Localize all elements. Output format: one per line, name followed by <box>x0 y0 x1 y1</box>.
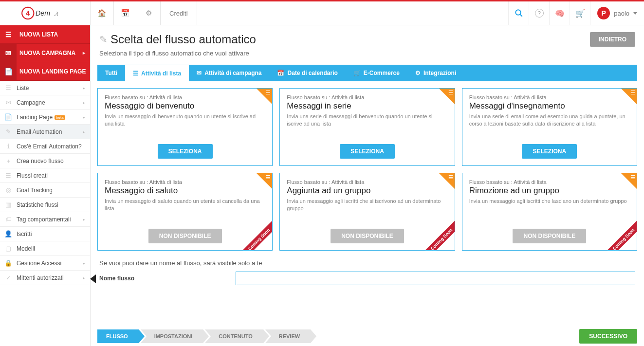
sidebar-item-label: Tag comportamentali <box>17 216 83 223</box>
sidebar-item-10[interactable]: 👤Iscritti <box>0 227 90 241</box>
sidebar-item-9[interactable]: 🏷Tag comportamentali▸ <box>0 212 90 227</box>
card-eyebrow: Flusso basato su : Attività di lista <box>287 179 447 185</box>
collapse-sidebar[interactable] <box>90 274 96 283</box>
tab-label: E-Commerce <box>364 70 400 76</box>
chevron-down-icon <box>633 12 637 15</box>
brand-logo[interactable]: 4 Dem .it <box>0 1 91 25</box>
sidebar-item-label: Statistiche flussi <box>17 201 90 208</box>
wizard-step-2[interactable]: CONTENUTO <box>205 329 263 343</box>
home-icon[interactable]: 🏠 <box>91 1 114 25</box>
search-icon[interactable] <box>508 1 529 25</box>
user-menu[interactable]: P paolo <box>590 1 644 25</box>
sidebar-item-icon: ＋ <box>0 154 17 168</box>
chevron-right-icon: ▸ <box>83 86 90 91</box>
list-icon: ☰ <box>266 90 271 96</box>
card-4: ☰Flusso basato su : Attività di listaAgg… <box>279 173 455 251</box>
card-action-button[interactable]: SELEZIONA <box>522 144 577 159</box>
sidebar-primary-icon: ☰ <box>0 25 17 43</box>
card-eyebrow: Flusso basato su : Attività di lista <box>469 94 630 100</box>
name-hint: Se vuoi puoi dare un nome al flusso, sar… <box>91 257 644 272</box>
page-title: Scelta del flusso automatico <box>110 33 590 46</box>
sidebar-item-icon: ✉ <box>0 95 17 109</box>
sidebar-primary-icon: 📄 <box>0 62 17 80</box>
sidebar-item-4[interactable]: ℹCos'è Email Automation? <box>0 139 90 154</box>
calendar-icon[interactable]: 📅 <box>114 1 137 25</box>
sidebar-item-13[interactable]: ✓Mittenti autorizzati▸ <box>0 271 90 285</box>
tab-1[interactable]: ☰Attività di lista <box>125 65 189 81</box>
sidebar-item-icon: 🏷 <box>0 212 17 226</box>
sidebar-item-icon: 👤 <box>0 227 17 241</box>
tab-label: Tutti <box>105 70 117 76</box>
chevron-right-icon: ▸ <box>83 275 90 280</box>
sidebar-item-6[interactable]: ☰Flussi creati <box>0 168 90 183</box>
sidebar-item-label: Cos'è Email Automation? <box>17 143 90 150</box>
list-icon: ☰ <box>448 174 453 181</box>
sidebar-item-12[interactable]: 🔒Gestione Accessi▸ <box>0 256 90 271</box>
tab-0[interactable]: Tutti <box>97 65 125 81</box>
notifications-icon[interactable]: 🧠 <box>549 1 570 25</box>
next-button[interactable]: SUCCESSIVO <box>579 329 637 344</box>
sidebar-item-8[interactable]: ▥Statistiche flussi <box>0 198 90 212</box>
wizard-step-3[interactable]: REVIEW <box>265 329 311 343</box>
wizard-step-0[interactable]: FLUSSO <box>97 329 139 343</box>
back-button[interactable]: INDIETRO <box>590 32 635 47</box>
card-eyebrow: Flusso basato su : Attività di lista <box>105 179 265 185</box>
card-action-button[interactable]: SELEZIONA <box>340 144 395 159</box>
help-icon[interactable]: ? <box>529 1 549 25</box>
sidebar-primary-label: NUOVA CAMPAGNA <box>17 50 83 56</box>
tab-4[interactable]: 🛒E-Commerce <box>346 65 407 81</box>
sidebar-item-label: Mittenti autorizzati <box>17 274 83 281</box>
sidebar-item-label: Landing Pagebeta <box>17 114 83 121</box>
cart-icon[interactable]: 🛒 <box>570 1 590 25</box>
avatar: P <box>597 7 610 19</box>
sidebar-item-0[interactable]: ☰Liste▸ <box>0 81 90 95</box>
card-1: ☰Flusso basato su : Attività di listaMes… <box>279 88 455 166</box>
card-action-button: NON DISPONIBILE <box>331 229 404 243</box>
tab-icon: 🛒 <box>353 70 361 76</box>
sidebar-item-5[interactable]: ＋Crea nuovo flusso <box>0 154 90 168</box>
sidebar-item-1[interactable]: ✉Campagne▸ <box>0 95 90 110</box>
cards-grid: ☰Flusso basato su : Attività di listaMes… <box>91 81 644 257</box>
sidebar-primary-1[interactable]: ✉NUOVA CAMPAGNA▸ <box>0 44 90 62</box>
sidebar-primary-2[interactable]: 📄NUOVA LANDING PAGE <box>0 62 90 81</box>
card-title: Rimozione ad un gruppo <box>469 186 630 196</box>
sidebar-item-7[interactable]: ◎Goal Tracking <box>0 183 90 198</box>
sidebar-item-label: Flussi creati <box>17 172 90 179</box>
page-subtitle: Seleziona il tipo di flusso automatico c… <box>91 50 644 63</box>
crediti-link[interactable]: Crediti <box>161 1 197 25</box>
chevron-right-icon: ▸ <box>83 115 90 120</box>
sidebar-item-label: Goal Tracking <box>17 187 90 194</box>
sidebar-item-label: Modelli <box>17 245 90 252</box>
svg-text:4: 4 <box>26 9 30 17</box>
sidebar-item-2[interactable]: 📄Landing Pagebeta▸ <box>0 110 90 125</box>
sidebar-primary-0[interactable]: ☰NUOVA LISTA <box>0 25 90 44</box>
sidebar-item-11[interactable]: ▢Modelli <box>0 241 90 256</box>
wizard-bar: FLUSSOIMPOSTAZIONICONTENUTOREVIEW SUCCES… <box>91 327 644 346</box>
sidebar-item-icon: 🔒 <box>0 256 17 270</box>
card-title: Messaggio di saluto <box>105 186 265 196</box>
user-name: paolo <box>614 10 629 17</box>
tabs: Tutti☰Attività di lista✉Attività di camp… <box>97 65 637 81</box>
sidebar-item-3[interactable]: ✎Email Automation▸ <box>0 125 90 139</box>
card-eyebrow: Flusso basato su : Attività di lista <box>287 94 447 100</box>
sidebar-item-label: Email Automation <box>17 128 83 135</box>
tab-2[interactable]: ✉Attività di campagna <box>189 65 269 81</box>
sidebar-primary-icon: ✉ <box>0 44 17 62</box>
tab-3[interactable]: 📅Date di calendario <box>269 65 345 81</box>
sidebar: ☰NUOVA LISTA✉NUOVA CAMPAGNA▸📄NUOVA LANDI… <box>0 25 91 346</box>
sidebar-item-icon: 📄 <box>0 110 17 124</box>
sidebar-item-label: Gestione Accessi <box>17 260 83 267</box>
card-title: Messaggi d'insegnamento <box>469 101 630 111</box>
wizard-step-1[interactable]: IMPOSTAZIONI <box>141 329 203 343</box>
tab-5[interactable]: ⚙Integrazioni <box>407 65 464 81</box>
gear-icon[interactable]: ⚙ <box>137 1 161 25</box>
coming-soon-ribbon: Coming Soon <box>238 216 272 250</box>
sidebar-item-label: Campagne <box>17 99 83 106</box>
card-eyebrow: Flusso basato su : Attività di lista <box>105 94 265 100</box>
card-action-button[interactable]: SELEZIONA <box>158 144 213 159</box>
card-title: Messaggi in serie <box>287 101 447 111</box>
flow-name-input[interactable] <box>236 272 635 285</box>
tab-icon: ✉ <box>197 70 202 76</box>
sidebar-item-icon: ✓ <box>0 271 17 285</box>
card-5: ☰Flusso basato su : Attività di listaRim… <box>462 173 637 251</box>
